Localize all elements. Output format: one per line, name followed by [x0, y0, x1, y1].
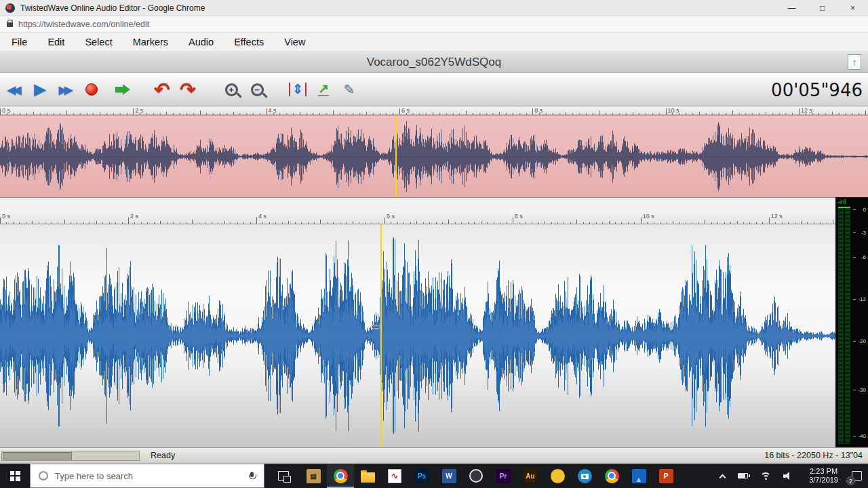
export-button[interactable]: ↑ [848, 54, 861, 70]
zoom-in-button[interactable]: + [218, 76, 244, 103]
taskbar-app-google-app[interactable] [598, 464, 625, 488]
taskbar-app-camera[interactable] [571, 464, 598, 488]
microphone-icon[interactable] [248, 472, 256, 481]
maximize-button[interactable]: □ [807, 0, 837, 16]
ruler-tick [737, 221, 738, 224]
taskbar-app-voice-app[interactable] [544, 464, 571, 488]
address-text[interactable]: https://twistedwave.com/online/edit [18, 20, 149, 29]
search-placeholder: Type here to search [55, 471, 133, 481]
task-view-button[interactable] [270, 464, 297, 488]
taskbar-app-screen-recorder[interactable] [462, 464, 490, 488]
ruler-tick [782, 222, 783, 224]
taskbar-app-photoshop[interactable]: Ps [408, 464, 435, 488]
ruler-tick [141, 222, 142, 224]
clock[interactable]: 2:23 PM 3/7/2019 [809, 467, 838, 485]
menu-audio[interactable]: Audio [178, 37, 224, 47]
taskbar-app-premiere[interactable]: Pr [490, 464, 517, 488]
ruler-label: 12 s [771, 213, 783, 220]
vertical-zoom-button[interactable]: ⇕ [285, 76, 311, 103]
rewind-button[interactable]: ◀◀ [1, 76, 27, 103]
ruler-tick [612, 113, 613, 115]
ruler-tick [47, 113, 47, 115]
taskbar-app-photos[interactable] [625, 464, 652, 488]
close-button[interactable]: × [837, 0, 868, 16]
redo-button[interactable]: ↷ [175, 76, 201, 103]
fade-tool-button[interactable]: ↗ [311, 76, 336, 103]
ruler-tick [100, 112, 100, 115]
ruler-tick [133, 108, 134, 115]
ruler-tick [346, 222, 347, 224]
rewind-icon: ◀◀ [7, 83, 22, 96]
taskbar-app-audio-document[interactable]: ∿ [381, 464, 408, 488]
zoom-out-button[interactable]: − [244, 76, 270, 103]
search-box[interactable]: Type here to search [30, 464, 264, 488]
ruler-tick [256, 218, 257, 224]
notification-badge: 2 [846, 476, 855, 485]
ruler-tick [45, 222, 45, 224]
volume-icon [783, 472, 793, 480]
meter-tick-label: -12 [858, 296, 866, 302]
menu-view[interactable]: View [274, 37, 315, 47]
ruler-tick [102, 222, 103, 224]
h-scrollbar-thumb[interactable] [3, 452, 72, 460]
taskbar-app-typing-tool[interactable]: ▤ [300, 464, 327, 488]
ruler-tick [199, 222, 199, 224]
ruler-tick [599, 110, 599, 115]
taskbar-app-audition[interactable]: Au [517, 464, 544, 488]
ruler-tick [20, 113, 20, 115]
taskbar-app-chrome[interactable] [327, 464, 354, 488]
play-button[interactable]: ▶ [27, 76, 53, 103]
ruler-tick [380, 113, 380, 115]
taskbar-app-word[interactable]: W [435, 464, 462, 488]
ruler-tick [446, 113, 447, 115]
menu-effects[interactable]: Effects [224, 37, 274, 47]
ruler-tick [711, 222, 712, 224]
ruler-tick [33, 112, 34, 115]
window-title: TwistedWave Online Audio Editor - Google… [20, 3, 205, 13]
pencil-tool-button[interactable]: ✎ [336, 76, 362, 103]
follow-playhead-button[interactable] [110, 76, 136, 103]
notification-button[interactable]: 2 [845, 464, 868, 488]
ruler-tick [167, 222, 167, 224]
window-controls: — □ × [776, 0, 868, 16]
ruler-tick [654, 222, 654, 224]
taskbar-app-file-explorer[interactable] [354, 464, 381, 488]
record-button[interactable] [79, 76, 104, 103]
ruler-tick [639, 113, 639, 115]
ruler-tick [134, 222, 135, 224]
fast-forward-button[interactable]: ▶▶ [53, 76, 79, 103]
ruler-tick [646, 113, 646, 115]
ruler-tick [218, 222, 218, 224]
tray-chevron-icon[interactable] [719, 474, 726, 481]
level-meter: -inf 0-3-6-12-20-30-40 [835, 197, 868, 447]
meter-tick-label: -30 [858, 387, 866, 393]
ruler-tick [384, 218, 385, 224]
ruler-tick [814, 222, 814, 224]
taskbar-app-powerpoint[interactable]: P [652, 464, 679, 488]
main-waveform[interactable]: ⇔ [0, 224, 835, 447]
ruler-tick [705, 220, 705, 224]
ruler-tick [286, 113, 287, 115]
ruler-label: 6 s [387, 213, 395, 220]
undo-button[interactable]: ↶ [149, 76, 175, 103]
start-button[interactable] [0, 464, 30, 488]
ruler-tick [557, 222, 558, 224]
meter-scale: 0-3-6-12-20-30-40 [852, 197, 868, 447]
doc-titlebar: Vocaroo_s062Y5WdSQoq ↑ [0, 51, 868, 73]
menu-file[interactable]: File [1, 37, 37, 47]
overview-ruler: 0 s2 s4 s6 s8 s10 s12 s [0, 106, 868, 115]
ruler-tick [340, 113, 340, 115]
meter-tick-mark [853, 209, 856, 210]
ruler-tick [579, 113, 580, 115]
ruler-tick [551, 222, 552, 224]
menu-markers[interactable]: Markers [123, 37, 178, 47]
menu-select[interactable]: Select [75, 37, 122, 47]
minimize-button[interactable]: — [776, 0, 807, 16]
menu-edit[interactable]: Edit [37, 37, 75, 47]
overview-waveform[interactable] [0, 115, 868, 197]
h-scrollbar[interactable] [1, 451, 140, 461]
ruler-tick [526, 222, 526, 224]
ruler-tick [253, 113, 254, 115]
ruler-tick [180, 113, 180, 115]
ruler-tick [615, 222, 616, 224]
